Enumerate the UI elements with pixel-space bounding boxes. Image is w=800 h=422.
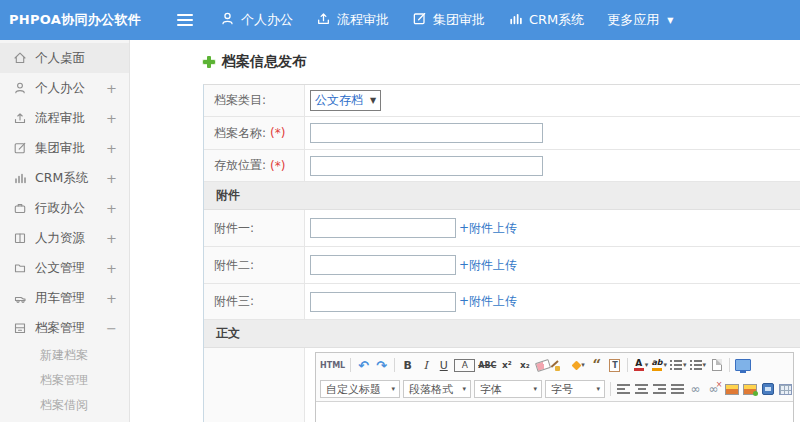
- insert-link-button[interactable]: ∞: [688, 381, 703, 398]
- insert-table-button[interactable]: [778, 381, 793, 398]
- align-right-icon: [653, 384, 666, 394]
- expand-toggle[interactable]: +: [106, 231, 117, 246]
- font-family-dropdown[interactable]: 字体 ▾: [474, 380, 542, 398]
- user-icon: [13, 81, 27, 95]
- sidebar-item-group-approval[interactable]: 集团审批 +: [0, 133, 129, 163]
- top-nav: 个人办公 流程审批 集团审批 CRM系统 更多应用: [220, 11, 673, 29]
- attachment-1-input[interactable]: [310, 218, 456, 238]
- sidebar-subitem-new-archive[interactable]: 新建档案: [0, 343, 129, 368]
- sidebar-item-admin-office[interactable]: 行政办公 +: [0, 193, 129, 223]
- toolbar-separator: [394, 358, 395, 372]
- sidebar-subitem-archive-borrow[interactable]: 档案借阅: [0, 393, 129, 418]
- archive-form: 档案类目: 公文存档 ▼ 档案名称: (*): [203, 84, 800, 422]
- eraser-icon: [535, 359, 551, 372]
- sidebar-item-crm[interactable]: CRM系统 +: [0, 163, 129, 193]
- expand-toggle[interactable]: +: [106, 201, 117, 216]
- attachment-2-upload-link[interactable]: +附件上传: [459, 257, 517, 274]
- field-label: 附件二:: [204, 247, 305, 283]
- blockquote-button[interactable]: “: [589, 357, 604, 374]
- clipboard-icon: T: [609, 359, 620, 372]
- underline-button[interactable]: U: [436, 357, 451, 374]
- expand-toggle[interactable]: +: [106, 171, 117, 186]
- strikethrough-button[interactable]: ABC: [478, 357, 496, 374]
- preview-button[interactable]: [735, 357, 751, 374]
- unordered-list-button[interactable]: ▾: [690, 357, 707, 374]
- chevron-down-icon: ▾: [683, 361, 687, 369]
- align-justify-button[interactable]: [670, 381, 685, 398]
- nav-item-personal-office[interactable]: 个人办公: [220, 11, 293, 29]
- ordered-list-icon: [670, 360, 682, 370]
- source-code-button[interactable]: HTML: [320, 357, 345, 374]
- italic-button[interactable]: I: [418, 357, 433, 374]
- remove-link-button[interactable]: ∞: [706, 381, 721, 398]
- font-border-button[interactable]: A: [454, 359, 475, 372]
- bold-button[interactable]: B: [400, 357, 415, 374]
- category-select[interactable]: 公文存档 ▼: [310, 90, 381, 111]
- storage-location-input[interactable]: [310, 156, 543, 176]
- custom-title-dropdown[interactable]: 自定义标题 ▾: [320, 380, 400, 398]
- sidebar-item-personal-office[interactable]: 个人办公 +: [0, 73, 129, 103]
- editor-content-area[interactable]: [316, 401, 793, 422]
- form-row-body-editor: HTML ↶ ↷ B I U A ABC x² x₂: [204, 348, 800, 422]
- nav-item-group-approval[interactable]: 集团审批: [412, 11, 485, 29]
- sidebar: 个人桌面 个人办公 + 流程审批 + 集团审批 +: [0, 40, 130, 422]
- sidebar-item-hr[interactable]: 人力资源 +: [0, 223, 129, 253]
- highlight-color-button[interactable]: ab ▾: [651, 357, 667, 374]
- eraser-button[interactable]: [535, 357, 550, 374]
- hamburger-menu-icon[interactable]: [177, 14, 193, 26]
- field-label: [204, 348, 305, 422]
- expand-toggle[interactable]: +: [106, 111, 117, 126]
- user-icon: [220, 11, 235, 29]
- expand-toggle[interactable]: +: [106, 141, 117, 156]
- font-color-button[interactable]: A ▾: [633, 357, 648, 374]
- align-left-button[interactable]: [616, 381, 631, 398]
- edit-icon: [412, 11, 427, 29]
- sidebar-item-workflow-approval[interactable]: 流程审批 +: [0, 103, 129, 133]
- redo-button[interactable]: ↷: [374, 357, 389, 374]
- field-cell: [305, 150, 800, 181]
- nav-item-more-apps[interactable]: 更多应用 ▼: [607, 11, 673, 29]
- nav-item-crm[interactable]: CRM系统: [508, 11, 584, 29]
- undo-button[interactable]: ↶: [356, 357, 371, 374]
- rich-text-editor: HTML ↶ ↷ B I U A ABC x² x₂: [315, 352, 794, 422]
- paste-text-button[interactable]: T: [607, 357, 622, 374]
- align-justify-icon: [671, 384, 684, 394]
- align-center-button[interactable]: [634, 381, 649, 398]
- chevron-down-icon: ▾: [664, 361, 668, 369]
- attachment-3-upload-link[interactable]: +附件上传: [459, 293, 517, 310]
- expand-toggle[interactable]: +: [106, 261, 117, 276]
- sidebar-subitem-archive-manage[interactable]: 档案管理: [0, 368, 129, 393]
- ordered-list-button[interactable]: ▾: [670, 357, 687, 374]
- insert-video-button[interactable]: [760, 381, 775, 398]
- form-row-attachment-2: 附件二: +附件上传: [204, 247, 800, 284]
- archive-name-input[interactable]: [310, 123, 543, 143]
- superscript-button[interactable]: x²: [499, 357, 514, 374]
- align-right-button[interactable]: [652, 381, 667, 398]
- autotypeset-button[interactable]: ▾: [571, 357, 586, 374]
- format-brush-button[interactable]: [553, 357, 568, 374]
- sidebar-item-archive-mgmt[interactable]: 档案管理 −: [0, 313, 129, 343]
- section-title: 正文: [216, 325, 240, 342]
- expand-toggle[interactable]: −: [106, 321, 117, 336]
- paragraph-format-dropdown[interactable]: 段落格式 ▾: [403, 380, 471, 398]
- sidebar-item-personal-desktop[interactable]: 个人桌面: [0, 43, 129, 73]
- attachment-1-upload-link[interactable]: +附件上传: [459, 220, 517, 237]
- subscript-button[interactable]: x₂: [517, 357, 532, 374]
- expand-toggle[interactable]: +: [106, 81, 117, 96]
- insert-image-button[interactable]: [724, 381, 739, 398]
- expand-toggle[interactable]: +: [106, 291, 117, 306]
- insert-image-upload-button[interactable]: [742, 381, 757, 398]
- nav-item-workflow-approval[interactable]: 流程审批: [316, 11, 389, 29]
- field-cell: 公文存档 ▼: [305, 85, 800, 116]
- required-mark: (*): [270, 126, 285, 140]
- sidebar-item-document-mgmt[interactable]: 公文管理 +: [0, 253, 129, 283]
- sidebar-item-vehicle-mgmt[interactable]: 用车管理 +: [0, 283, 129, 313]
- new-document-button[interactable]: [709, 357, 724, 374]
- section-header-attachments: 附件: [204, 182, 800, 210]
- upload-icon: [316, 11, 331, 29]
- dropdown-label: 自定义标题: [326, 382, 381, 397]
- document-icon: [712, 359, 722, 371]
- attachment-3-input[interactable]: [310, 292, 456, 312]
- font-size-dropdown[interactable]: 字号 ▾: [545, 380, 605, 398]
- attachment-2-input[interactable]: [310, 255, 456, 275]
